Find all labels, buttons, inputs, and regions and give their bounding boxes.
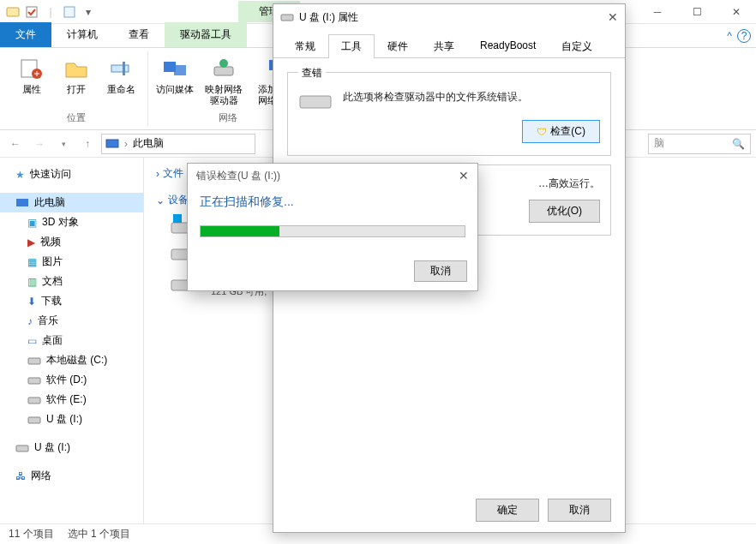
tree-desktop[interactable]: ▭桌面: [0, 331, 143, 350]
svg-rect-13: [106, 140, 118, 147]
help-icon[interactable]: ?: [737, 29, 751, 43]
map-drive-button[interactable]: 映射网络 驱动器: [198, 51, 249, 110]
nav-tree[interactable]: ★快速访问 此电脑 ▣3D 对象 ▶视频 ▦图片 ▥文档 ⬇下载 ♪音乐 ▭桌面…: [0, 158, 144, 523]
rename-button[interactable]: 重命名: [99, 51, 142, 110]
shield-icon: 🛡: [537, 126, 547, 138]
ribbon-right-controls: ^ ?: [727, 29, 751, 43]
close-button[interactable]: ✕: [717, 0, 756, 24]
tree-udisk-1[interactable]: U 盘 (I:): [0, 409, 143, 429]
optimize-button[interactable]: 优化(O): [529, 200, 600, 223]
drive-icon: [27, 356, 41, 366]
close-icon[interactable]: ✕: [608, 10, 618, 24]
address-separator-icon[interactable]: ›: [124, 138, 128, 150]
desktop-icon: ▭: [27, 335, 37, 347]
tree-soft-e[interactable]: 软件 (E:): [0, 390, 143, 409]
svg-rect-21: [173, 214, 182, 223]
tab-general[interactable]: 常规: [282, 34, 328, 58]
pc-icon: [15, 198, 29, 208]
drive-icon: [280, 12, 294, 22]
tree-pictures[interactable]: ▦图片: [0, 252, 143, 272]
cancel-button[interactable]: 取消: [548, 499, 611, 522]
tree-quick-access[interactable]: ★快速访问: [0, 164, 143, 184]
svg-rect-18: [28, 417, 40, 423]
properties-titlebar[interactable]: U 盘 (I:) 属性 ✕: [273, 4, 625, 30]
minimize-button[interactable]: ─: [638, 0, 677, 24]
check-errors-group: 查错 此选项将检查驱动器中的文件系统错误。 🛡检查(C): [287, 72, 611, 156]
pc-icon: [105, 139, 119, 149]
ribbon-group-location: 属性 打开 重命名 位置: [5, 51, 148, 126]
tree-3d-objects[interactable]: ▣3D 对象: [0, 212, 143, 232]
tree-videos[interactable]: ▶视频: [0, 232, 143, 252]
check-desc: 此选项将检查驱动器中的文件系统错误。: [343, 89, 528, 105]
cube-icon: ▣: [27, 217, 37, 229]
app-icon[interactable]: [5, 4, 21, 20]
chevron-down-icon[interactable]: ⌄: [156, 194, 165, 206]
tree-udisk-2[interactable]: U 盘 (I:): [0, 438, 143, 457]
svg-rect-0: [7, 8, 19, 16]
tab-hardware[interactable]: 硬件: [375, 34, 421, 58]
error-check-titlebar[interactable]: 错误检查(U 盘 (I:)) ✕: [188, 164, 477, 188]
quick-access-toolbar: | ▾: [0, 4, 101, 20]
address-text: 此电脑: [133, 136, 164, 151]
tree-downloads[interactable]: ⬇下载: [0, 291, 143, 311]
qat-dropdown-icon[interactable]: [62, 4, 77, 20]
error-check-title: 错误检查(U 盘 (I:)): [196, 169, 280, 183]
collapse-ribbon-icon[interactable]: ^: [727, 30, 732, 42]
properties-button[interactable]: 属性: [10, 51, 53, 110]
window-controls: ─ ☐ ✕: [638, 0, 756, 24]
tree-network[interactable]: 🖧网络: [0, 466, 143, 486]
maximize-button[interactable]: ☐: [677, 0, 717, 24]
cancel-button[interactable]: 取消: [414, 260, 467, 282]
picture-icon: ▦: [27, 256, 37, 268]
download-icon: ⬇: [27, 296, 36, 308]
tab-drive-tools[interactable]: 驱动器工具: [165, 22, 247, 47]
group-label-location: 位置: [67, 110, 86, 126]
svg-rect-16: [28, 378, 40, 384]
check-button[interactable]: 🛡检查(C): [522, 120, 600, 143]
svg-rect-6: [123, 62, 125, 75]
search-box[interactable]: 脑 🔍: [648, 134, 751, 154]
svg-rect-8: [174, 65, 186, 75]
tab-view[interactable]: 查看: [113, 22, 165, 47]
address-bar[interactable]: › 此电脑: [101, 134, 255, 154]
chevron-right-icon[interactable]: ›: [156, 168, 159, 180]
ok-button[interactable]: 确定: [476, 499, 539, 522]
video-icon: ▶: [27, 236, 35, 248]
tree-local-c[interactable]: 本地磁盘 (C:): [0, 350, 143, 370]
qat-caret-icon[interactable]: ▾: [81, 4, 96, 20]
drive-icon: [298, 89, 333, 111]
svg-rect-2: [64, 7, 75, 17]
qat-checkbox-icon[interactable]: [24, 4, 39, 20]
open-button[interactable]: 打开: [55, 51, 98, 110]
svg-rect-7: [164, 62, 176, 72]
search-placeholder: 脑: [654, 136, 664, 151]
network-icon: 🖧: [15, 470, 26, 482]
check-legend: 查错: [298, 66, 326, 81]
tab-file[interactable]: 文件: [0, 22, 51, 47]
tab-sharing[interactable]: 共享: [421, 34, 467, 58]
recent-caret-icon[interactable]: ▾: [53, 134, 74, 154]
tree-music[interactable]: ♪音乐: [0, 311, 143, 331]
close-icon[interactable]: ✕: [459, 169, 469, 182]
drive-icon: [15, 443, 29, 453]
tab-tools[interactable]: 工具: [328, 34, 375, 58]
tab-computer[interactable]: 计算机: [51, 22, 113, 47]
progress-fill: [201, 226, 279, 236]
properties-buttons: 确定 取消: [476, 499, 611, 522]
tree-this-pc[interactable]: 此电脑: [0, 193, 143, 212]
svg-rect-25: [300, 96, 331, 108]
tree-documents[interactable]: ▥文档: [0, 272, 143, 291]
up-button[interactable]: ↑: [77, 134, 98, 154]
back-button[interactable]: ←: [5, 134, 26, 154]
star-icon: ★: [15, 169, 25, 181]
group-label-network: 网络: [219, 110, 237, 126]
forward-button[interactable]: →: [29, 134, 50, 154]
tab-readyboost[interactable]: ReadyBoost: [467, 34, 549, 58]
access-media-button[interactable]: 访问媒体: [153, 51, 196, 110]
document-icon: ▥: [27, 276, 37, 288]
tab-custom[interactable]: 自定义: [549, 34, 605, 58]
tree-soft-d[interactable]: 软件 (D:): [0, 370, 143, 390]
progress-bar: [200, 225, 465, 237]
svg-rect-9: [214, 67, 233, 75]
svg-rect-15: [28, 358, 40, 364]
